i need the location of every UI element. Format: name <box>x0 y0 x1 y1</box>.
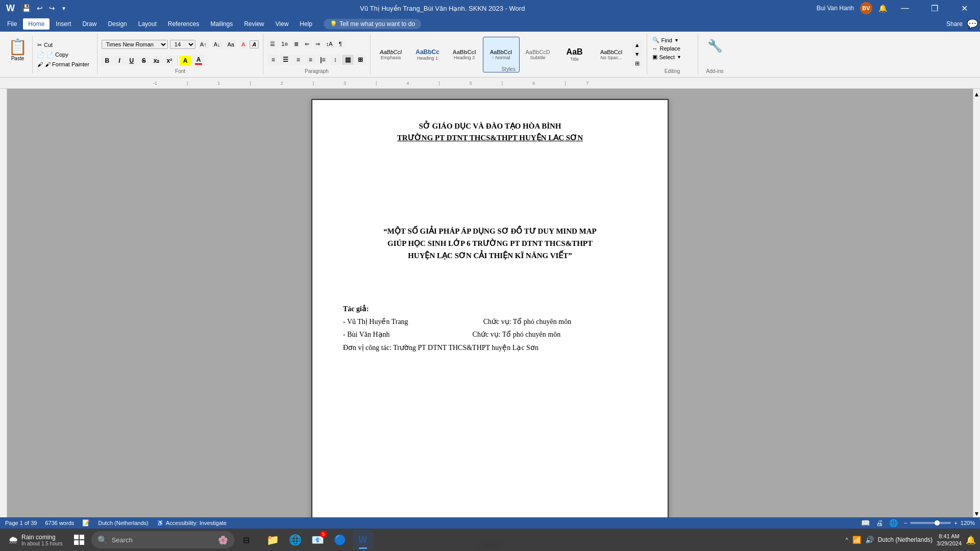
menu-mailings[interactable]: Mailings <box>205 18 238 30</box>
system-tray-up[interactable]: ^ <box>846 537 848 543</box>
author2-title: Chức vụ: Tổ phó chuyên môn <box>473 331 561 338</box>
comments-btn[interactable]: 💬 <box>967 18 978 30</box>
decrease-indent-btn[interactable]: ⇐ <box>302 40 312 48</box>
share-btn[interactable]: Share <box>946 20 963 28</box>
sort-btn[interactable]: ↕A <box>324 40 335 48</box>
paste-btn[interactable]: 📋 Paste <box>3 36 33 73</box>
scroll-down-arrow[interactable]: ▼ <box>974 510 980 517</box>
line-spacing-btn[interactable]: ↕ <box>330 55 341 65</box>
shading-btn[interactable]: ▥ <box>342 55 354 65</box>
scroll-up-arrow[interactable]: ▲ <box>974 91 980 98</box>
close-btn[interactable]: ✕ <box>952 0 976 16</box>
style-subtitle-label: Subtitle <box>530 55 546 60</box>
user-avatar[interactable]: BV <box>860 2 872 14</box>
taskbar-mail[interactable]: 📧 5 <box>308 530 328 550</box>
replace-btn[interactable]: ↔ Replace <box>652 45 682 52</box>
bold-btn[interactable]: B <box>102 56 113 66</box>
restore-btn[interactable]: ❐ <box>923 0 946 16</box>
zoom-slider[interactable] <box>910 522 951 524</box>
quick-access: 💾 ↩ ↪ ▼ <box>20 3 68 13</box>
notification-btn[interactable]: 🔔 <box>966 535 976 545</box>
taskbar-word[interactable]: W <box>353 530 373 550</box>
zoom-out-btn[interactable]: − <box>904 520 907 526</box>
menu-home[interactable]: Home <box>23 18 50 30</box>
print-layout-btn[interactable]: 🖨 <box>876 519 883 527</box>
strikethrough-btn[interactable]: S <box>138 56 150 66</box>
bullets-btn[interactable]: ☰ <box>267 40 278 48</box>
accessibility[interactable]: ♿ Accessibility: Investigate <box>157 520 227 527</box>
language[interactable]: Dutch (Netherlands) <box>98 520 148 526</box>
read-mode-btn[interactable]: 📖 <box>861 519 870 527</box>
menu-references[interactable]: References <box>163 18 204 30</box>
taskbar-time[interactable]: 8:41 AM 3/29/2024 <box>937 533 962 547</box>
network-icon[interactable]: 📶 <box>852 536 861 544</box>
zoom-in-btn[interactable]: + <box>954 520 957 526</box>
svg-rect-0 <box>74 535 79 539</box>
taskbar-chrome[interactable]: 🔵 <box>330 530 351 550</box>
find-btn[interactable]: 🔍 Find ▼ <box>652 37 682 43</box>
redo-quick-btn[interactable]: ↪ <box>47 3 57 13</box>
ribbon-toggle-btn[interactable]: 🔔 <box>878 4 887 12</box>
start-btn[interactable] <box>69 530 89 550</box>
font-name-select[interactable]: Times New Roman <box>102 40 168 49</box>
tell-me-search[interactable]: 💡 Tell me what you want to do <box>324 19 421 29</box>
addins-btn[interactable]: 🔧 <box>702 35 728 57</box>
format-painter-label: 🖌 Format Painter <box>45 61 89 67</box>
cut-btn[interactable]: ✂ Cut <box>36 41 91 49</box>
styles-up-btn[interactable]: ▲ <box>632 41 643 49</box>
minimize-btn[interactable]: — <box>893 0 917 16</box>
menu-view[interactable]: View <box>271 18 294 30</box>
align-right-btn[interactable]: ≡ <box>292 55 304 65</box>
underline-btn[interactable]: U <box>126 56 137 66</box>
numbering-btn[interactable]: 1≡ <box>279 40 290 48</box>
save-quick-btn[interactable]: 💾 <box>20 3 33 13</box>
time-display: 8:41 AM <box>937 533 962 540</box>
task-view-btn[interactable]: ⊟ <box>236 530 257 550</box>
show-formatting-btn[interactable]: ¶ <box>336 40 345 48</box>
align-center-btn[interactable]: ☰ <box>280 55 291 65</box>
menu-draw[interactable]: Draw <box>77 18 102 30</box>
italic-btn[interactable]: I <box>114 56 125 66</box>
more-quick-btn[interactable]: ▼ <box>59 5 68 12</box>
menu-help[interactable]: Help <box>295 18 317 30</box>
align-justify-btn[interactable]: ≡ <box>305 55 316 65</box>
subscript-btn[interactable]: x₂ <box>151 56 163 66</box>
header-line2: TRƯỜNG PT DTNT THCS&THPT HUYỆN LẠC SƠN <box>343 132 637 144</box>
taskbar-explorer[interactable]: 📁 <box>263 530 283 550</box>
menu-layout[interactable]: Layout <box>133 18 162 30</box>
font-color-btn[interactable]: A <box>192 55 205 66</box>
document-area[interactable]: SỞ GIÁO DỤC VÀ ĐÀO TẠO HÒA BÌNH TRƯỜNG P… <box>7 89 973 517</box>
style-subtitle-preview: AaBbCcD <box>525 49 550 55</box>
menu-review[interactable]: Review <box>239 18 269 30</box>
menu-file[interactable]: File <box>2 18 22 30</box>
change-case-btn[interactable]: Aa <box>225 40 237 48</box>
align-left-btn[interactable]: ≡ <box>267 55 279 65</box>
multilevel-btn[interactable]: ≣ <box>291 40 301 48</box>
web-layout-btn[interactable]: 🌐 <box>889 519 898 527</box>
text-effects-btn[interactable]: A <box>250 40 259 48</box>
styles-down-btn[interactable]: ▼ <box>632 50 643 58</box>
volume-icon[interactable]: 🔊 <box>865 536 874 544</box>
cut-icon: ✂ <box>37 42 42 48</box>
copy-btn[interactable]: 📄 📄 Copy <box>36 51 91 59</box>
menu-insert[interactable]: Insert <box>51 18 76 30</box>
addins-icon: 🔧 <box>707 39 723 53</box>
select-btn[interactable]: ▣ Select ▼ <box>652 54 682 60</box>
increase-font-btn[interactable]: A↑ <box>198 40 209 48</box>
undo-quick-btn[interactable]: ↩ <box>35 3 45 13</box>
column-break-btn[interactable]: |≡ <box>317 55 328 65</box>
clear-format-btn[interactable]: A <box>239 40 248 48</box>
language-indicator[interactable]: Dutch (Netherlands) <box>878 536 933 543</box>
superscript-btn[interactable]: x² <box>164 56 176 66</box>
decrease-font-btn[interactable]: A↓ <box>211 40 223 48</box>
font-size-select[interactable]: 14 <box>170 40 195 49</box>
format-painter-btn[interactable]: 🖌 🖌 Format Painter <box>36 60 91 68</box>
increase-indent-btn[interactable]: ⇒ <box>313 40 323 48</box>
style-title-label: Title <box>570 57 579 62</box>
menu-design[interactable]: Design <box>103 18 132 30</box>
borders-btn[interactable]: ⊞ <box>355 55 366 65</box>
taskbar-search[interactable]: 🔍 Search 🌸 <box>91 531 234 548</box>
text-highlight-btn[interactable]: A <box>180 56 191 66</box>
weather-widget[interactable]: 🌧 Rain coming In about 1.5 hours <box>4 533 67 547</box>
taskbar-edge[interactable]: 🌐 <box>285 530 306 550</box>
